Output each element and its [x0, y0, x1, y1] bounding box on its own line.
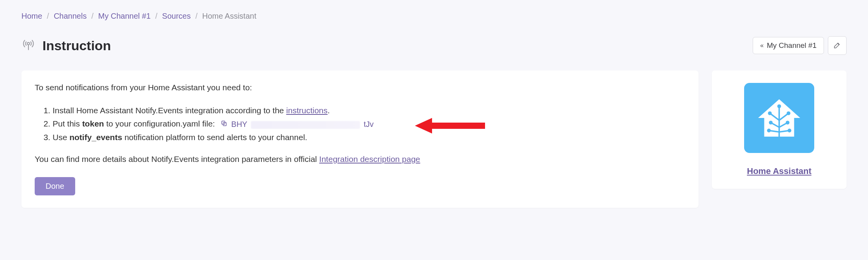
- done-button[interactable]: Done: [35, 177, 75, 195]
- step-3-after: notification platform to send alerts to …: [122, 133, 307, 142]
- breadcrumb-channel[interactable]: My Channel #1: [98, 12, 151, 21]
- step-3-bold: notify_events: [69, 133, 122, 142]
- step-2-after: to your configuration.yaml file:: [104, 119, 215, 128]
- step-2: Put this token to your configuration.yam…: [53, 117, 685, 131]
- breadcrumb-channels[interactable]: Channels: [54, 12, 87, 21]
- token-suffix: tJv: [363, 120, 374, 128]
- svg-point-16: [767, 129, 771, 133]
- breadcrumb-sources[interactable]: Sources: [162, 12, 191, 21]
- step-3: Use notify_events notification platform …: [53, 131, 685, 144]
- step-3-before: Use: [53, 133, 69, 142]
- step-2-bold: token: [82, 119, 104, 128]
- instruction-card: To send notifications from your Home Ass…: [21, 70, 699, 208]
- breadcrumb-home[interactable]: Home: [21, 12, 42, 21]
- home-assistant-link[interactable]: Home Assistant: [747, 166, 811, 176]
- token-value[interactable]: BHY tJv: [231, 118, 374, 130]
- instructions-link[interactable]: instructions: [286, 106, 328, 115]
- broadcast-icon: [21, 38, 35, 54]
- breadcrumb-separator: /: [47, 12, 49, 21]
- edit-button[interactable]: [828, 36, 847, 55]
- page-title: Instruction: [42, 38, 111, 53]
- svg-point-13: [787, 111, 790, 115]
- breadcrumb-separator: /: [195, 12, 198, 21]
- steps-list: Install Home Assistant Notify.Events int…: [35, 104, 685, 144]
- integration-description-link[interactable]: Integration description page: [319, 155, 420, 163]
- svg-point-14: [769, 121, 773, 125]
- edit-icon: [833, 41, 842, 51]
- svg-point-11: [777, 104, 781, 108]
- details-text: You can find more details about Notify.E…: [35, 155, 685, 164]
- channel-picker[interactable]: « My Channel #1: [753, 37, 824, 54]
- step-1-after: .: [328, 106, 330, 115]
- breadcrumb-separator: /: [155, 12, 158, 21]
- breadcrumb-separator: /: [91, 12, 94, 21]
- intro-text: To send notifications from your Home Ass…: [35, 83, 685, 92]
- svg-point-15: [786, 121, 790, 125]
- copy-icon[interactable]: [221, 118, 228, 131]
- step-1-before: Install Home Assistant Notify.Events int…: [53, 106, 286, 115]
- svg-point-12: [768, 111, 772, 115]
- breadcrumb: Home / Channels / My Channel #1 / Source…: [21, 12, 847, 21]
- chevron-left-double-icon: «: [760, 42, 764, 49]
- token-masked: [251, 121, 360, 129]
- svg-point-0: [27, 42, 30, 45]
- step-2-before: Put this: [53, 119, 82, 128]
- home-assistant-icon: [744, 83, 814, 153]
- svg-point-17: [788, 129, 792, 133]
- breadcrumb-current: Home Assistant: [202, 12, 256, 21]
- channel-picker-label: My Channel #1: [767, 41, 817, 50]
- source-card: Home Assistant: [712, 70, 847, 189]
- token-prefix: BHY: [231, 120, 247, 128]
- step-1: Install Home Assistant Notify.Events int…: [53, 104, 685, 117]
- details-before: You can find more details about Notify.E…: [35, 155, 319, 163]
